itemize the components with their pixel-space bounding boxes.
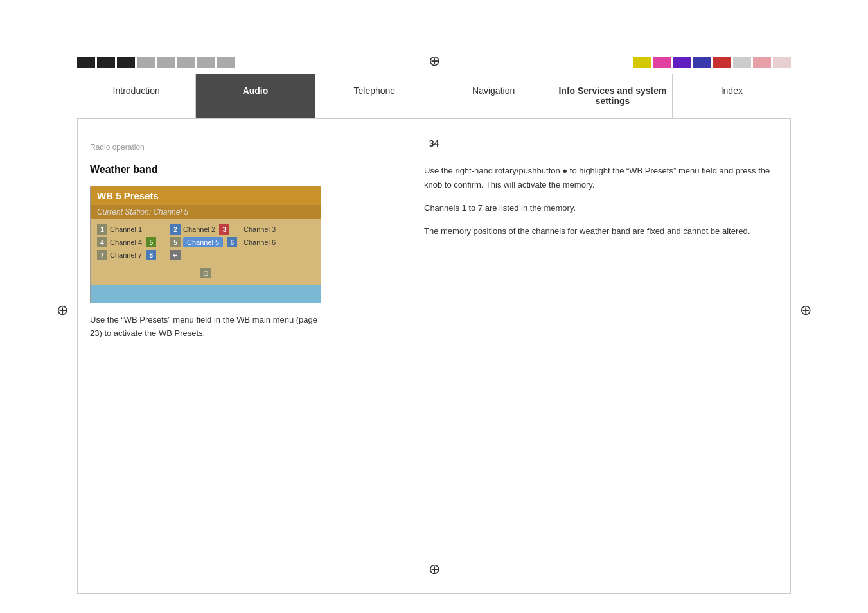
color-block bbox=[77, 57, 95, 68]
left-content: Weather band WB 5 Presets Current Statio… bbox=[90, 138, 360, 341]
right-content: Use the right-hand rotary/pushbutton ● t… bbox=[424, 138, 784, 247]
wb5-num-empty: ↵ bbox=[170, 250, 181, 260]
wb5-channel-2: 2 Channel 2 3 bbox=[170, 224, 241, 235]
tab-index[interactable]: Index bbox=[673, 74, 791, 118]
compass-right-icon: ⊕ bbox=[800, 302, 811, 319]
right-para-3: The memory positions of the channels for… bbox=[424, 224, 784, 238]
wb5-num-7: 7 bbox=[97, 250, 107, 260]
wb5-icon-row: ⊡ bbox=[91, 265, 321, 282]
color-block-lightpink bbox=[753, 57, 771, 68]
wb5-num-4b: 5 bbox=[146, 237, 156, 247]
color-block-yellow bbox=[633, 57, 651, 68]
weather-band-title: Weather band bbox=[90, 164, 360, 175]
wb5-num-7b: 8 bbox=[146, 250, 156, 260]
wb5-channel-7: 7 Channel 7 8 bbox=[97, 250, 168, 260]
right-border bbox=[790, 74, 791, 594]
wb5-current-station: Current Station: Channel 5 bbox=[91, 205, 321, 219]
color-block bbox=[177, 57, 195, 68]
wb5-empty-center: ↵ bbox=[170, 250, 241, 260]
wb5-num-4: 4 bbox=[97, 237, 107, 247]
tab-introduction[interactable]: Introduction bbox=[77, 74, 196, 118]
top-bar-right bbox=[633, 57, 791, 68]
color-block bbox=[217, 57, 235, 68]
wb5-bottom-bar bbox=[91, 285, 321, 303]
right-para-2: Channels 1 to 7 are listed in the memory… bbox=[424, 201, 784, 215]
compass-top-center-icon: ⊕ bbox=[429, 53, 440, 69]
nav-tabs: Introduction Audio Telephone Navigation … bbox=[77, 74, 791, 119]
bottom-border bbox=[77, 593, 791, 594]
color-block-purple bbox=[673, 57, 691, 68]
tab-info-services[interactable]: Info Services and system settings bbox=[553, 74, 672, 118]
left-border bbox=[77, 74, 78, 594]
color-block bbox=[197, 57, 215, 68]
tab-audio[interactable]: Audio bbox=[196, 74, 315, 118]
wb5-num-5: 5 bbox=[170, 237, 181, 247]
color-block-gray bbox=[733, 57, 751, 68]
color-block-red bbox=[713, 57, 731, 68]
color-block-verylightpink bbox=[773, 57, 791, 68]
tab-navigation[interactable]: Navigation bbox=[434, 74, 553, 118]
wb5-num-2: 2 bbox=[170, 224, 181, 235]
color-block bbox=[137, 57, 155, 68]
color-block-blue bbox=[693, 57, 711, 68]
color-block-pink bbox=[653, 57, 671, 68]
wb5-channel-3: Channel 3 bbox=[244, 224, 314, 235]
wb5-empty-right bbox=[244, 250, 314, 260]
tab-telephone[interactable]: Telephone bbox=[315, 74, 434, 118]
wb5-num-1: 1 bbox=[97, 224, 107, 235]
wb5-header: WB 5 Presets bbox=[91, 186, 321, 205]
wb5-channel-5: 5 Channel 5 6 bbox=[170, 237, 241, 247]
wb5-channel-grid: 1 Channel 1 2 Channel 2 3 Channel 3 4 Ch… bbox=[91, 219, 321, 265]
wb5-presets-box: WB 5 Presets Current Station: Channel 5 … bbox=[90, 186, 321, 303]
wb5-channel-4: 4 Channel 4 5 bbox=[97, 237, 168, 247]
top-bar-left bbox=[77, 57, 235, 68]
color-block bbox=[97, 57, 115, 68]
wb5-icon-center: ⊡ bbox=[200, 268, 211, 278]
wb5-channel-6: Channel 6 bbox=[244, 237, 314, 247]
wb5-num-5b: 6 bbox=[227, 237, 237, 247]
caption-text: Use the “WB Presets” menu field in the W… bbox=[90, 314, 328, 341]
compass-bottom-center-icon: ⊕ bbox=[429, 561, 440, 578]
wb5-channel-1: 1 Channel 1 bbox=[97, 224, 168, 235]
compass-left-icon: ⊕ bbox=[57, 302, 68, 319]
color-block bbox=[117, 57, 135, 68]
color-block bbox=[157, 57, 175, 68]
right-para-1: Use the right-hand rotary/pushbutton ● t… bbox=[424, 164, 784, 192]
wb5-num-2b: 3 bbox=[219, 224, 229, 235]
